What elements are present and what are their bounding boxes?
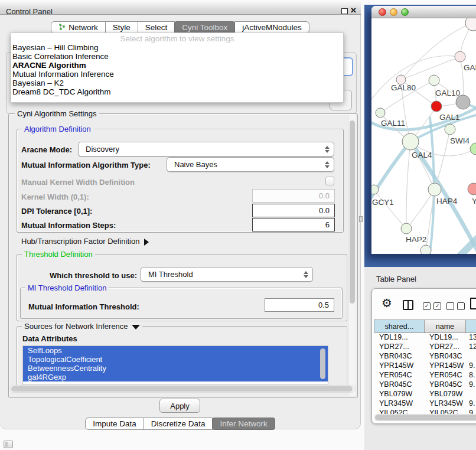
network-node[interactable] [468, 183, 476, 195]
dropdown-placeholder: Select algorithm to view settings [11, 34, 343, 43]
attribute-list-item[interactable]: SelfLoops [23, 346, 328, 355]
table-row[interactable]: YPR145WYPR145W9. [374, 361, 476, 370]
network-node-label: GAL1 [439, 113, 460, 122]
attribute-list-item[interactable]: BetweennessCentrality [23, 364, 328, 373]
column-header[interactable]: name [425, 320, 467, 333]
document-icon[interactable] [470, 298, 476, 309]
tab-jactivemnodules[interactable]: jActiveMNodules [234, 21, 309, 34]
hub-definition-label: Hub/Transcription Factor Definition [21, 237, 139, 246]
network-node[interactable] [456, 95, 470, 109]
dpi-tolerance-field[interactable]: 0.0 [252, 204, 335, 217]
which-threshold-combobox[interactable]: MI Threshold [141, 267, 313, 282]
network-node[interactable] [445, 124, 455, 135]
table-row[interactable]: YDL19...YDL19...13 [374, 332, 476, 342]
network-canvas[interactable]: GALGAL80GAL10GAL1GAL11GAL4SWI4GCY1HAP4YH… [371, 18, 476, 254]
table-cell: 8. [466, 370, 476, 380]
mi-steps-label: Mutual Information Steps: [21, 221, 116, 230]
algorithm-option[interactable]: Basic Correlation Inference [12, 52, 341, 61]
algorithm-dropdown-list[interactable]: Select algorithm to view settings Bayesi… [11, 32, 344, 103]
field-value: 0.5 [318, 301, 329, 309]
network-node[interactable] [431, 101, 442, 112]
gear-icon[interactable]: ⚙ [382, 296, 392, 310]
aracne-mode-label: Aracne Mode: [21, 145, 72, 154]
settings-vertical-scrollbar[interactable] [348, 115, 356, 396]
network-window-titlebar[interactable] [371, 6, 476, 18]
control-panel-titlebar [0, 0, 361, 15]
algorithm-option[interactable]: ARACNE Algorithm [12, 61, 341, 70]
table-row[interactable]: YER054CYER054C8. [374, 370, 476, 380]
tab-infer-network[interactable]: Infer Network [212, 418, 275, 430]
network-node[interactable] [371, 185, 379, 194]
tab-cyni-toolbox[interactable]: Cyni Toolbox [174, 21, 235, 34]
algorithm-option[interactable]: Dream8 DC_TDC Algorithm [12, 87, 341, 96]
table-row[interactable]: YLR345WYLR345W9. [374, 399, 476, 408]
scrollbar-thumb[interactable] [350, 120, 355, 304]
close-icon[interactable]: ✕ [350, 6, 357, 15]
network-node[interactable] [465, 18, 476, 31]
column-header[interactable] [466, 320, 476, 333]
tab-label: jActiveMNodules [242, 21, 302, 34]
scrollbar-thumb[interactable] [375, 415, 476, 420]
group-title[interactable]: Sources for Network Inference [22, 322, 142, 331]
split-columns-icon[interactable] [403, 300, 413, 310]
mi-threshold-field[interactable]: 0.5 [265, 298, 334, 312]
combo-value: Discovery [86, 145, 119, 154]
table-row[interactable]: YBR043CYBR043C [374, 351, 476, 361]
tab-select[interactable]: Select [138, 21, 175, 34]
network-node[interactable] [455, 51, 465, 62]
group-title: Threshold Definition [22, 250, 95, 259]
attribute-list-item[interactable]: TopologicalCoefficient [23, 355, 328, 364]
data-attributes-list[interactable]: SelfLoopsTopologicalCoefficientBetweenne… [22, 345, 328, 385]
select-all-icon[interactable]: ✓ ✓ [423, 302, 441, 310]
tab-impute-data[interactable]: Impute Data [85, 418, 144, 430]
app-root: Control Panel ✕ Network Style Select Cyn… [0, 0, 476, 450]
tab-label: Network [69, 21, 98, 34]
tab-network[interactable]: Network [51, 21, 106, 34]
network-node[interactable] [401, 223, 412, 234]
table-cell: YBR045C [374, 380, 424, 389]
manual-kernel-width-checkbox[interactable] [325, 177, 334, 185]
column-header[interactable]: shared... [374, 320, 425, 333]
unchecked-box-icon [457, 302, 465, 310]
attribute-list-item[interactable]: gal4RGexp [23, 373, 328, 381]
aracne-mode-combobox[interactable]: Discovery [78, 142, 334, 156]
settings-horizontal-scrollbar[interactable] [9, 385, 356, 393]
group-title: Algorithm Definition [22, 125, 93, 133]
network-node[interactable] [420, 245, 431, 254]
table-header-row: shared... name [374, 319, 476, 332]
network-node[interactable] [428, 183, 441, 196]
algorithm-option[interactable]: Mutual Information Inference [12, 70, 341, 79]
tab-style[interactable]: Style [105, 21, 138, 34]
zoom-traffic-light-icon[interactable] [401, 8, 409, 16]
combo-value: Naive Bayes [174, 160, 217, 169]
network-node[interactable] [470, 143, 476, 155]
tab-discretize-data[interactable]: Discretize Data [144, 418, 213, 430]
minimize-traffic-light-icon[interactable] [390, 8, 397, 16]
algorithm-option[interactable]: Bayesian – K2 [12, 79, 341, 87]
kernel-width-field[interactable]: 0.0 [252, 189, 335, 203]
stepper-icon [325, 146, 330, 153]
hub-definition-expander[interactable]: Hub/Transcription Factor Definition [21, 237, 149, 246]
mi-steps-field[interactable]: 6 [252, 218, 335, 231]
network-node[interactable] [402, 133, 419, 150]
algorithm-option[interactable]: Bayesian – Hill Climbing [12, 43, 341, 52]
table-row[interactable]: YBL079WYBL079W [374, 389, 476, 399]
table-row[interactable]: YBR045CYBR045C9. [374, 380, 476, 389]
list-scrollbar[interactable] [320, 348, 325, 379]
table-horizontal-scrollbar[interactable] [374, 414, 476, 421]
which-threshold-label: Which threshold to use: [50, 271, 137, 280]
mi-algorithm-type-combobox[interactable]: Naive Bayes [167, 157, 334, 172]
network-window[interactable]: GALGAL80GAL10GAL1GAL11GAL4SWI4GCY1HAP4YH… [371, 6, 476, 254]
apply-button[interactable]: Apply [159, 399, 200, 413]
deselect-all-icon[interactable] [446, 302, 465, 310]
table-cell: YER054C [424, 370, 466, 380]
network-edge [374, 190, 406, 229]
float-window-icon[interactable] [341, 8, 348, 14]
table-row[interactable]: YDR27...YDR27...12 [374, 342, 476, 351]
close-traffic-light-icon[interactable] [379, 8, 386, 16]
scrollbar-thumb[interactable] [11, 386, 353, 392]
network-node[interactable] [429, 75, 439, 86]
network-node[interactable] [376, 108, 385, 118]
dock-panel-icon[interactable] [4, 441, 13, 448]
panel-resize-grip[interactable] [359, 216, 363, 222]
